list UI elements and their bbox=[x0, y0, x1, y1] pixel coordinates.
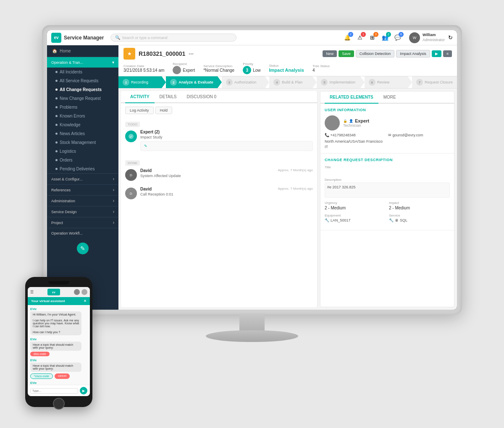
wf-num-5: 5 bbox=[321, 79, 328, 86]
sidebar-item-problems[interactable]: Problems bbox=[47, 103, 118, 112]
sidebar-item-known-errors[interactable]: Known Errors bbox=[47, 112, 118, 120]
chevron-right-icon-4: › bbox=[113, 209, 114, 214]
phone-screen: ☰ ev Your virtual assistant ✕ EVie H bbox=[28, 287, 90, 396]
tag-cisco-code[interactable]: *cisco.code bbox=[30, 373, 53, 379]
user-email: ✉ gourod@evry.com bbox=[388, 133, 450, 137]
user-department: IT bbox=[325, 145, 450, 149]
record-actions: New Save Collision Detection Impact Anal… bbox=[323, 50, 452, 57]
field-equipment: Equipment 🔧 LAN_50017 bbox=[325, 214, 386, 222]
sidebar-item-logistics[interactable]: Logistics bbox=[47, 147, 118, 156]
chat-msg-4: EVie Would be "known" bbox=[30, 381, 87, 385]
dot-icon bbox=[55, 89, 58, 91]
tag-diss-code[interactable]: diss.code bbox=[30, 352, 50, 356]
hamburger-icon[interactable]: ☰ bbox=[30, 290, 34, 294]
collision-button[interactable]: Collision Detection bbox=[356, 50, 395, 57]
sidebar-item-workflow[interactable]: Operation Workfl... bbox=[47, 228, 118, 238]
notif-alert[interactable]: ⚠ 1 bbox=[355, 33, 365, 42]
sidebar-item-knowledge[interactable]: Knowledge bbox=[47, 120, 118, 129]
sidebar-item-references[interactable]: References › bbox=[47, 185, 118, 195]
tab-details[interactable]: DETAILS bbox=[155, 91, 182, 102]
wf-num-3: 3 bbox=[226, 79, 233, 86]
sidebar-item-service-design[interactable]: Service Design › bbox=[47, 206, 118, 217]
impact-button[interactable]: Impact Analysis bbox=[396, 50, 430, 57]
avatar: W bbox=[409, 32, 420, 43]
workflow-bar: 1 Recording 2 Analyze & Evaluate bbox=[118, 76, 457, 89]
sidebar-item-project[interactable]: Project › bbox=[47, 217, 118, 228]
sidebar-item-asset[interactable]: Asset & Configur... › bbox=[47, 174, 118, 184]
sidebar-item-admin[interactable]: Administration › bbox=[47, 196, 118, 206]
wf-step-4[interactable]: 4 Build & Plan bbox=[269, 76, 312, 88]
field-urgency: Urgency 2 - Medium bbox=[325, 201, 386, 210]
refresh-icon[interactable]: ↻ bbox=[448, 34, 453, 41]
wf-step-6[interactable]: 6 Review bbox=[365, 76, 408, 88]
user-area[interactable]: W William Administrator bbox=[409, 32, 445, 43]
timeline-item-3: D David Approx. 7 Month(s) ago bbox=[125, 187, 313, 199]
log-activity-button[interactable]: Log Activity bbox=[125, 107, 154, 114]
meta-status: Status Impact Analysis bbox=[269, 64, 304, 73]
sidebar-item-change-requests[interactable]: All Change Requests bbox=[47, 85, 118, 94]
recipient-avatar bbox=[173, 66, 181, 74]
wf-step-2[interactable]: 2 Analyze & Evaluate bbox=[166, 76, 218, 88]
field-description: Description #e 2017 326.825 bbox=[325, 178, 450, 198]
meta-creation-date: Creation Date 3/21/2018 5:53:14 am bbox=[123, 64, 164, 73]
wf-step-7[interactable]: 7 Request Closure bbox=[412, 76, 457, 88]
close-icon[interactable]: ✕ bbox=[84, 299, 87, 303]
dot-icon bbox=[55, 124, 58, 126]
wf-arrow-3 bbox=[265, 76, 269, 88]
sidebar: 🏠 Home Operation & Tran... ▾ bbox=[47, 45, 118, 310]
tab-activity[interactable]: ACTIVITY bbox=[125, 91, 155, 103]
sidebar-item-orders[interactable]: Orders bbox=[47, 156, 118, 164]
notif-chat[interactable]: 💬 8 bbox=[393, 33, 402, 42]
sidebar-item-pending[interactable]: Pending Deliveries bbox=[47, 164, 118, 173]
sidebar-item-new-change-request[interactable]: New Change Request bbox=[47, 94, 118, 103]
new-button[interactable]: New bbox=[323, 50, 337, 57]
sidebar-item-service-requests[interactable]: All Service Requests bbox=[47, 76, 118, 85]
sidebar-item-incidents[interactable]: All Incidents bbox=[47, 68, 118, 76]
phone-avatar-1 bbox=[74, 289, 80, 295]
wf-step-1[interactable]: 1 Recording bbox=[118, 76, 162, 88]
tag-cancel[interactable]: cancel bbox=[55, 373, 70, 379]
notif-bell[interactable]: 🔔 2 bbox=[343, 33, 352, 42]
phone-home-button[interactable] bbox=[53, 398, 65, 410]
change-section-title: CHANGE REQUEST DESCRIPTION bbox=[325, 158, 450, 162]
timeline-content-1: Expert (2) Impact Study ✎ bbox=[140, 130, 313, 151]
wf-step-5[interactable]: 5 Implementation bbox=[317, 76, 360, 88]
record-meta: Creation Date 3/21/2018 5:53:14 am Recip… bbox=[123, 62, 452, 74]
sidebar-item-stock[interactable]: Stock Management bbox=[47, 138, 118, 147]
meta-recipient: Recipient Expert bbox=[173, 62, 195, 74]
wf-step-3[interactable]: 3 Authorization bbox=[222, 76, 265, 88]
user-location: North America/USA/San Francisco bbox=[325, 139, 450, 144]
menu-button[interactable]: ≡ bbox=[443, 50, 452, 57]
record-id: R180321_000001 bbox=[139, 50, 185, 57]
sidebar-home[interactable]: 🏠 Home bbox=[47, 45, 118, 57]
phone-notch bbox=[48, 281, 69, 284]
timeline-dot-1: ✓ bbox=[125, 130, 137, 142]
sidebar-items-operations: All Incidents All Service Requests All C… bbox=[47, 68, 118, 173]
home-icon: 🏠 bbox=[52, 49, 57, 53]
more-options-icon[interactable]: ••• bbox=[189, 51, 194, 56]
tab-more[interactable]: MORE bbox=[378, 91, 401, 103]
record-header: ★ R180321_000001 ••• New Save Collision … bbox=[118, 45, 457, 76]
wf-num-2: 2 bbox=[170, 79, 177, 86]
section-todo: TODO bbox=[125, 122, 140, 127]
sidebar-section-asset: Asset & Configur... › bbox=[47, 173, 118, 184]
urgency-impact-row: Urgency 2 - Medium Impact 2 - Medium bbox=[325, 201, 450, 214]
notif-count-4: 2 bbox=[386, 32, 391, 37]
action-button[interactable]: ▶ bbox=[432, 50, 441, 57]
notif-grid[interactable]: ⊞ 3 bbox=[368, 33, 377, 42]
save-button[interactable]: Save bbox=[339, 50, 354, 57]
field-service: Service 🔧 🖥 SQL bbox=[389, 214, 450, 222]
notif-count-2: 1 bbox=[361, 32, 366, 37]
search-icon: 🔍 bbox=[115, 35, 120, 40]
tab-discussion[interactable]: DISCUSSION 0 bbox=[182, 91, 222, 102]
hold-button[interactable]: Hold bbox=[155, 107, 173, 114]
tab-related-elements[interactable]: RELATED ELEMENTS bbox=[325, 91, 378, 104]
chat-send-button[interactable]: ▶ bbox=[80, 387, 87, 394]
fab-button[interactable]: ✎ bbox=[77, 243, 89, 254]
sidebar-item-news[interactable]: News Articles bbox=[47, 129, 118, 138]
wf-num-1: 1 bbox=[123, 79, 129, 86]
sidebar-section-header-operations[interactable]: Operation & Tran... ▾ bbox=[47, 57, 118, 68]
chat-input[interactable] bbox=[30, 388, 78, 394]
notif-users[interactable]: 👥 2 bbox=[381, 33, 390, 42]
search-bar[interactable]: 🔍 Search or type a command bbox=[110, 34, 236, 42]
